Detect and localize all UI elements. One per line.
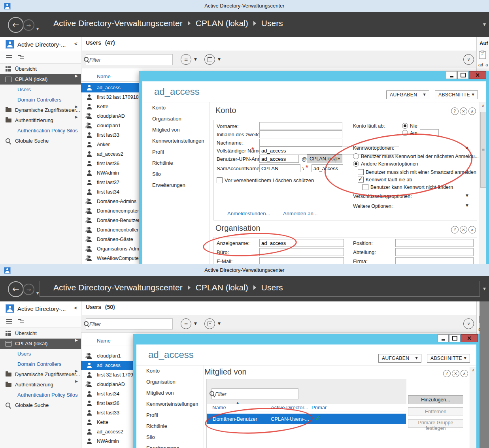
tasks-panel-item[interactable]: ad_a: [478, 62, 488, 67]
sidebar-item[interactable]: Übersicht: [0, 64, 81, 74]
dialog-nav-item[interactable]: Mitglied von: [136, 388, 204, 399]
scroll-up-icon[interactable]: [470, 367, 476, 373]
dialog-nav-item[interactable]: Konto: [142, 102, 210, 113]
section-close-icon[interactable]: [460, 226, 467, 233]
dialog-nav-item[interactable]: Konto: [136, 365, 204, 376]
breadcrumb-domain[interactable]: CPLAN (lokal): [196, 19, 248, 28]
tree-view-icon[interactable]: [18, 55, 24, 59]
expand-arrow-icon[interactable]: [75, 105, 78, 109]
sam-domain-input[interactable]: [259, 164, 300, 172]
dialog-scrollbar[interactable]: [470, 367, 476, 448]
sidebar-item[interactable]: Globale Suche: [0, 136, 81, 146]
help-icon[interactable]: [443, 370, 451, 377]
user-list-item[interactable]: cloudplanAD: [81, 111, 139, 121]
save-query-dropdown-icon[interactable]: [218, 322, 221, 326]
user-list-item[interactable]: NWAdmin: [81, 437, 133, 446]
breadcrumb-leaf[interactable]: Users: [261, 19, 283, 28]
name-column-header[interactable]: Name: [97, 73, 111, 79]
member-action-button[interactable]: Primäre Gruppe festlegen: [408, 419, 463, 428]
logon-hours-link[interactable]: Anmeldestunden...: [227, 211, 270, 216]
filter-input[interactable]: [89, 55, 164, 64]
tree-view-icon[interactable]: [18, 319, 24, 324]
forward-button[interactable]: [23, 284, 34, 295]
dialog-nav-item[interactable]: Erweiterungen: [136, 443, 204, 448]
user-list-item[interactable]: first last33: [81, 408, 133, 418]
view-options-button[interactable]: [181, 54, 191, 65]
expand-arrow-icon[interactable]: [75, 380, 78, 383]
close-button[interactable]: [461, 334, 478, 342]
user-list-item[interactable]: first 32 last 170918: [81, 92, 139, 102]
sidebar-item[interactable]: Authentication Policy Silos: [0, 390, 81, 400]
section-close-icon[interactable]: [460, 107, 467, 115]
user-list-item[interactable]: first last37: [81, 446, 133, 448]
expand-arrow-icon[interactable]: [75, 369, 78, 373]
sidebar-item[interactable]: CPLAN (lokal): [0, 74, 81, 85]
user-list-item[interactable]: first last34: [81, 187, 139, 197]
vorname-input[interactable]: [259, 122, 342, 130]
scroll-up-icon[interactable]: [480, 102, 486, 109]
sidebar-item[interactable]: Dynamische Zugriffssteuer...: [0, 369, 81, 380]
list-view-icon[interactable]: [6, 55, 12, 59]
cannot-change-password-checkbox[interactable]: [363, 184, 368, 190]
dialog-nav-item[interactable]: Kennworteinstellungen: [142, 136, 210, 147]
breadcrumb-leaf[interactable]: Users: [261, 283, 283, 292]
sidebar-item[interactable]: Authentication Policy Silos: [0, 126, 81, 136]
sidebar-item[interactable]: Authentifizierung: [0, 380, 81, 390]
name-column-header[interactable]: Name: [97, 338, 111, 344]
expire-never-radio[interactable]: [402, 123, 408, 129]
upn-input[interactable]: [259, 155, 299, 163]
close-button[interactable]: [469, 71, 486, 79]
minimize-button[interactable]: [438, 334, 449, 342]
user-list-item[interactable]: first last36: [81, 159, 139, 168]
view-options-dropdown-icon[interactable]: [194, 58, 197, 61]
anzeigename-input[interactable]: [259, 239, 344, 247]
user-list-item[interactable]: Domänen-Benutzer: [81, 216, 139, 225]
forward-button[interactable]: [23, 19, 34, 31]
password-options-collapse-icon[interactable]: [466, 146, 468, 149]
password-never-expires-checkbox[interactable]: [358, 177, 364, 183]
expand-criteria-button[interactable]: [463, 54, 474, 65]
dialog-scrollbar[interactable]: [480, 102, 486, 264]
section-collapse-icon[interactable]: [461, 370, 468, 377]
minimize-button[interactable]: [446, 71, 457, 79]
position-input[interactable]: [395, 239, 474, 247]
buero-input[interactable]: [259, 248, 344, 256]
list-view-icon[interactable]: [6, 319, 12, 324]
more-options-expand-icon[interactable]: [466, 204, 468, 207]
user-list-item[interactable]: Kette: [81, 102, 139, 111]
dialog-nav-item[interactable]: Profil: [136, 410, 204, 421]
tasks-dropdown-button[interactable]: AUFGABEN: [378, 354, 421, 363]
sidebar-collapse-button[interactable]: <: [74, 41, 77, 47]
initialen-input[interactable]: [259, 130, 342, 138]
breadcrumb-domain[interactable]: CPLAN (lokal): [196, 283, 248, 292]
section-collapse-icon[interactable]: [468, 107, 476, 115]
expand-criteria-button[interactable]: [463, 318, 474, 329]
expand-arrow-icon[interactable]: [75, 339, 78, 342]
user-list-item[interactable]: Domänencontroller: [81, 225, 139, 235]
section-collapse-icon[interactable]: [468, 226, 476, 233]
dialog-nav-item[interactable]: Richtlinie: [142, 158, 210, 169]
dialog-titlebar[interactable]: [139, 71, 489, 81]
navbar-menu-icon[interactable]: [483, 287, 486, 291]
expire-on-radio[interactable]: [402, 130, 408, 136]
user-list-item[interactable]: ad_access2: [81, 427, 133, 437]
sidebar-item[interactable]: Users: [0, 349, 81, 359]
expand-arrow-icon[interactable]: [75, 74, 78, 78]
view-options-dropdown-icon[interactable]: [194, 322, 197, 326]
dialog-nav-item[interactable]: Erweiterungen: [142, 180, 210, 191]
dialog-nav-item[interactable]: Silo: [142, 169, 210, 180]
save-query-dropdown-icon[interactable]: [218, 58, 221, 61]
user-list-item[interactable]: Organisations-Admins: [81, 244, 139, 254]
user-list-item[interactable]: cloudplan1: [81, 121, 139, 130]
dialog-nav-item[interactable]: Organisation: [142, 113, 210, 124]
member-primary-column[interactable]: Primär: [312, 405, 327, 410]
sidebar-item[interactable]: CPLAN (lokal): [0, 339, 81, 349]
other-password-options-radio[interactable]: [353, 161, 359, 167]
email-input[interactable]: [259, 257, 344, 264]
help-icon[interactable]: [451, 226, 459, 233]
sidebar-item[interactable]: Übersicht: [0, 328, 81, 339]
sidebar-item[interactable]: Authentifizierung: [0, 115, 81, 126]
back-button[interactable]: [8, 281, 24, 297]
user-list-item[interactable]: Domänen-Admins: [81, 197, 139, 206]
sam-name-input[interactable]: [312, 164, 343, 172]
